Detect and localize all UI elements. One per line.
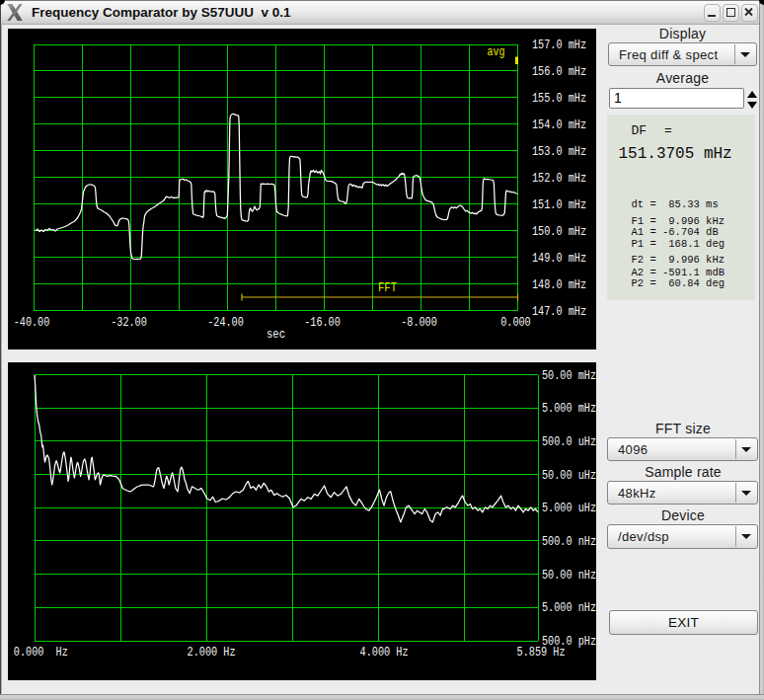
svg-text:50.00 uHz: 50.00 uHz [542,469,596,483]
svg-text:0.000: 0.000 [500,316,531,330]
svg-text:0.000 Hz: 0.000 Hz [14,646,68,660]
svg-text:157.0 mHz: 157.0 mHz [532,39,586,52]
svg-text:-8.000: -8.000 [401,316,437,330]
svg-text:5.000 mHz: 5.000 mHz [542,402,596,416]
svg-text:154.0 mHz: 154.0 mHz [532,118,586,132]
svg-text:153.0 mHz: 153.0 mHz [532,145,586,159]
svg-text:avg: avg [488,45,505,59]
svg-text:sec: sec [267,328,285,342]
svg-text:2.000 Hz: 2.000 Hz [188,646,236,660]
svg-text:147.0 mHz: 147.0 mHz [532,305,586,319]
svg-text:5.000 uHz: 5.000 uHz [542,502,596,515]
svg-text:5.859 Hz: 5.859 Hz [517,646,566,660]
svg-text:500.0 uHz: 500.0 uHz [542,435,596,449]
svg-text:5.000 nHz: 5.000 nHz [542,601,596,615]
svg-text:-16.00: -16.00 [304,316,341,330]
svg-text:50.00 mHz: 50.00 mHz [542,369,596,383]
svg-text:150.0 mHz: 150.0 mHz [532,225,586,239]
svg-text:155.0 mHz: 155.0 mHz [532,92,586,106]
svg-text:148.0 mHz: 148.0 mHz [532,278,586,292]
svg-text:-32.00: -32.00 [111,316,147,330]
svg-text:-24.00: -24.00 [207,316,244,330]
svg-text:156.0 mHz: 156.0 mHz [532,65,586,79]
svg-text:500.0 nHz: 500.0 nHz [542,535,596,549]
svg-text:4.000 Hz: 4.000 Hz [360,646,409,660]
svg-text:152.0 mHz: 152.0 mHz [532,172,586,186]
svg-text:FFT: FFT [378,281,397,295]
svg-text:50.00 nHz: 50.00 nHz [542,569,596,583]
svg-text:-40.00: -40.00 [14,316,50,330]
svg-text:149.0 mHz: 149.0 mHz [532,252,586,266]
svg-text:151.0 mHz: 151.0 mHz [532,198,586,212]
